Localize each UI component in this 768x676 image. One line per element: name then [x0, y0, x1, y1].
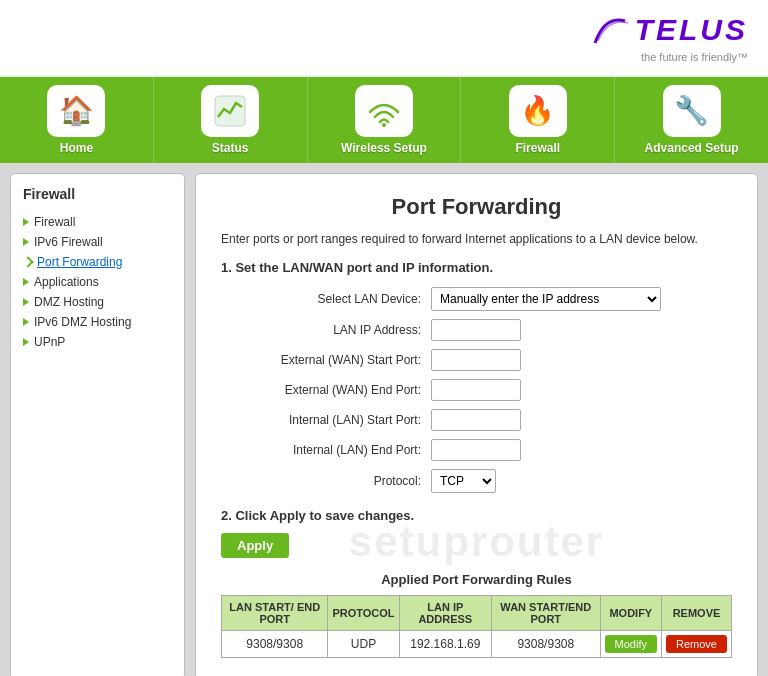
- nav-item-status[interactable]: Status: [154, 77, 308, 163]
- advanced-icon-box: 🔧: [663, 85, 721, 137]
- lan-end-row: Internal (LAN) End Port:: [221, 439, 732, 461]
- arrow-icon: [23, 298, 29, 306]
- sidebar-item-applications[interactable]: Applications: [23, 272, 172, 292]
- table-title: Applied Port Forwarding Rules: [221, 572, 732, 587]
- ipv6-firewall-link[interactable]: IPv6 Firewall: [34, 235, 103, 249]
- status-icon-box: [201, 85, 259, 137]
- telus-swoosh-icon: [590, 12, 630, 49]
- col-protocol: PROTOCOL: [328, 595, 399, 630]
- sidebar-item-ipv6-firewall[interactable]: IPv6 Firewall: [23, 232, 172, 252]
- wan-end-input[interactable]: [431, 379, 521, 401]
- nav-wireless-label: Wireless Setup: [341, 141, 427, 155]
- watermark: setuprouter: [349, 518, 604, 566]
- select-lan-device[interactable]: Manually enter the IP address: [431, 287, 661, 311]
- apply-button[interactable]: Apply: [221, 533, 289, 558]
- lan-ip-row: LAN IP Address:: [221, 319, 732, 341]
- section2-title: 2. Click Apply to save changes.: [221, 508, 732, 523]
- applications-link[interactable]: Applications: [34, 275, 99, 289]
- firewall-link[interactable]: Firewall: [34, 215, 75, 229]
- header: TELUS the future is friendly™: [0, 0, 768, 77]
- wan-start-input[interactable]: [431, 349, 521, 371]
- remove-button[interactable]: Remove: [666, 635, 727, 653]
- select-lan-row: Select LAN Device: Manually enter the IP…: [221, 287, 732, 311]
- table-section: Applied Port Forwarding Rules LAN START/…: [221, 572, 732, 658]
- nav-advanced-label: Advanced Setup: [645, 141, 739, 155]
- dmz-hosting-link[interactable]: DMZ Hosting: [34, 295, 104, 309]
- section2: setuprouter 2. Click Apply to save chang…: [221, 508, 732, 558]
- row-lan-port: 9308/9308: [222, 630, 328, 657]
- arrow-icon: [23, 218, 29, 226]
- col-lan-port: LAN START/ END PORT: [222, 595, 328, 630]
- page-title: Port Forwarding: [221, 194, 732, 220]
- lan-ip-input[interactable]: [431, 319, 521, 341]
- row-lan-ip: 192.168.1.69: [399, 630, 491, 657]
- col-lan-ip: LAN IP ADDRESS: [399, 595, 491, 630]
- table-row: 9308/9308 UDP 192.168.1.69 9308/9308 Mod…: [222, 630, 732, 657]
- row-remove-cell: Remove: [662, 630, 732, 657]
- protocol-label: Protocol:: [221, 474, 431, 488]
- nav-item-home[interactable]: 🏠 Home: [0, 77, 154, 163]
- sidebar-item-dmz-hosting[interactable]: DMZ Hosting: [23, 292, 172, 312]
- row-protocol: UDP: [328, 630, 399, 657]
- sidebar-item-port-forwarding[interactable]: Port Forwarding: [23, 252, 172, 272]
- modify-button[interactable]: Modify: [605, 635, 657, 653]
- wireless-icon-box: [355, 85, 413, 137]
- col-remove: REMOVE: [662, 595, 732, 630]
- sidebar-title: Firewall: [23, 186, 172, 202]
- sidebar: Firewall Firewall IPv6 Firewall Port For…: [10, 173, 185, 676]
- nav-home-label: Home: [60, 141, 93, 155]
- form: Select LAN Device: Manually enter the IP…: [221, 287, 732, 493]
- sidebar-item-ipv6-dmz-hosting[interactable]: IPv6 DMZ Hosting: [23, 312, 172, 332]
- port-forwarding-link[interactable]: Port Forwarding: [37, 255, 122, 269]
- lan-start-label: Internal (LAN) Start Port:: [221, 413, 431, 427]
- lan-start-row: Internal (LAN) Start Port:: [221, 409, 732, 431]
- sidebar-menu: Firewall IPv6 Firewall Port Forwarding A…: [23, 212, 172, 352]
- lan-start-input[interactable]: [431, 409, 521, 431]
- select-lan-label: Select LAN Device:: [221, 292, 431, 306]
- page-description: Enter ports or port ranges required to f…: [221, 232, 732, 246]
- lan-end-label: Internal (LAN) End Port:: [221, 443, 431, 457]
- protocol-row: Protocol: TCP UDP Both: [221, 469, 732, 493]
- col-modify: MODIFY: [600, 595, 661, 630]
- lan-ip-label: LAN IP Address:: [221, 323, 431, 337]
- sidebar-item-upnp[interactable]: UPnP: [23, 332, 172, 352]
- nav-status-label: Status: [212, 141, 249, 155]
- logo: TELUS the future is friendly™: [590, 12, 748, 63]
- arrow-down-icon: [22, 256, 33, 267]
- nav-item-firewall[interactable]: 🔥 Firewall: [461, 77, 615, 163]
- brand-name: TELUS: [635, 13, 748, 47]
- nav-firewall-label: Firewall: [515, 141, 560, 155]
- lan-end-input[interactable]: [431, 439, 521, 461]
- brand-tagline: the future is friendly™: [641, 51, 748, 63]
- firewall-icon-box: 🔥: [509, 85, 567, 137]
- arrow-icon: [23, 278, 29, 286]
- nav-item-advanced-setup[interactable]: 🔧 Advanced Setup: [615, 77, 768, 163]
- upnp-link[interactable]: UPnP: [34, 335, 65, 349]
- svg-point-1: [382, 123, 386, 127]
- nav-item-wireless-setup[interactable]: Wireless Setup: [308, 77, 462, 163]
- wan-start-label: External (WAN) Start Port:: [221, 353, 431, 367]
- wan-end-label: External (WAN) End Port:: [221, 383, 431, 397]
- navbar: 🏠 Home Status Wireless Setup 🔥 Firewall …: [0, 77, 768, 163]
- sidebar-item-firewall[interactable]: Firewall: [23, 212, 172, 232]
- arrow-icon: [23, 338, 29, 346]
- home-icon-box: 🏠: [47, 85, 105, 137]
- rules-table: LAN START/ END PORT PROTOCOL LAN IP ADDR…: [221, 595, 732, 658]
- content-area: Port Forwarding Enter ports or port rang…: [195, 173, 758, 676]
- protocol-select[interactable]: TCP UDP Both: [431, 469, 496, 493]
- col-wan-port: WAN START/END PORT: [492, 595, 601, 630]
- wan-start-row: External (WAN) Start Port:: [221, 349, 732, 371]
- arrow-icon: [23, 318, 29, 326]
- wan-end-row: External (WAN) End Port:: [221, 379, 732, 401]
- ipv6-dmz-hosting-link[interactable]: IPv6 DMZ Hosting: [34, 315, 131, 329]
- row-modify-cell: Modify: [600, 630, 661, 657]
- arrow-icon: [23, 238, 29, 246]
- row-wan-port: 9308/9308: [492, 630, 601, 657]
- section1-title: 1. Set the LAN/WAN port and IP informati…: [221, 260, 732, 275]
- main-container: Firewall Firewall IPv6 Firewall Port For…: [0, 163, 768, 676]
